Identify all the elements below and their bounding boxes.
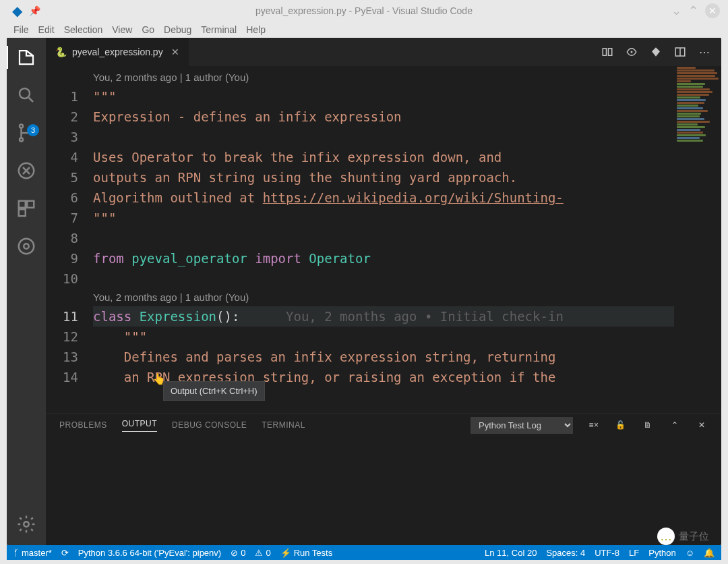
activity-active-marker: [7, 46, 8, 69]
editor-actions: ⋯: [601, 38, 721, 66]
status-interpreter[interactable]: Python 3.6.6 64-bit ('PyEval': pipenv): [78, 548, 221, 558]
panel-close-icon[interactable]: ✕: [696, 419, 708, 431]
svg-point-2: [20, 138, 23, 142]
tooltip: Output (Ctrl+K Ctrl+H): [163, 381, 265, 401]
status-encoding[interactable]: UTF-8: [595, 548, 619, 558]
codelens-top[interactable]: You, 2 months ago | 1 author (You): [93, 69, 674, 86]
status-branch[interactable]: ᚶ master*: [13, 548, 52, 558]
tab-bar: 🐍 pyeval_expression.py ✕ ⋯: [46, 38, 721, 66]
status-feedback-icon[interactable]: ☺: [686, 548, 694, 558]
menu-debug[interactable]: Debug: [164, 24, 191, 35]
gitlens-diamond-icon[interactable]: [650, 46, 662, 58]
python-file-icon: 🐍: [55, 47, 67, 57]
output-channel-select[interactable]: Python Test Log: [471, 417, 573, 434]
split-editor-icon[interactable]: [674, 46, 686, 58]
scm-badge: 3: [27, 124, 39, 136]
menu-view[interactable]: View: [112, 24, 132, 35]
pin-icon[interactable]: 📌: [29, 5, 40, 16]
menubar: File Edit Selection View Go Debug Termin…: [0, 22, 728, 38]
code-area[interactable]: You, 2 months ago | 1 author (You) """ E…: [93, 66, 674, 413]
menu-help[interactable]: Help: [246, 24, 266, 35]
gitlens-toggle-icon[interactable]: [626, 46, 638, 58]
panel-tabbar: PROBLEMS OUTPUT DEBUG CONSOLE TERMINAL P…: [46, 414, 721, 436]
svg-point-9: [24, 244, 29, 249]
close-icon[interactable]: ✕: [705, 3, 720, 18]
codelens-class[interactable]: You, 2 months ago | 1 author (You): [93, 289, 674, 306]
settings-gear-icon[interactable]: [16, 514, 36, 534]
status-position[interactable]: Ln 11, Col 20: [485, 548, 537, 558]
app-frame: 3 🐍 pyeval_expression.py ✕ ⋯: [7, 38, 721, 545]
svg-point-1: [20, 125, 23, 128]
menu-edit[interactable]: Edit: [38, 24, 55, 35]
gitlens-icon[interactable]: [16, 236, 36, 256]
svg-point-13: [631, 51, 633, 53]
svg-point-8: [19, 239, 34, 254]
line-gutter: 1234 5678 910 11121314: [46, 66, 93, 413]
debug-icon[interactable]: [16, 161, 36, 181]
status-errors[interactable]: ⊘ 0: [231, 548, 245, 558]
status-sync-icon[interactable]: ⟳: [61, 548, 69, 558]
status-eol[interactable]: LF: [629, 548, 639, 558]
minimize-icon[interactable]: ⌄: [671, 3, 681, 18]
svg-rect-12: [609, 49, 612, 56]
svg-rect-7: [19, 209, 26, 216]
vscode-logo-icon: ◆: [12, 3, 22, 19]
svg-rect-5: [19, 201, 26, 208]
tab-filename: pyeval_expression.py: [72, 47, 163, 57]
status-runtests[interactable]: ⚡Run Tests: [280, 548, 333, 558]
menu-go[interactable]: Go: [142, 24, 154, 35]
status-bell-icon[interactable]: 🔔: [704, 548, 715, 558]
tab-close-icon[interactable]: ✕: [171, 47, 179, 57]
svg-point-10: [24, 521, 29, 527]
clear-output-icon[interactable]: ≡×: [588, 419, 600, 431]
menu-terminal[interactable]: Terminal: [201, 24, 237, 35]
lock-scroll-icon[interactable]: 🔓: [615, 419, 627, 431]
panel-tab-terminal[interactable]: TERMINAL: [262, 420, 305, 430]
cursor-pointer-icon: 👆: [152, 372, 166, 385]
panel-maximize-icon[interactable]: ⌃: [669, 419, 681, 431]
svg-rect-6: [27, 201, 34, 208]
watermark-icon: …: [657, 528, 675, 545]
extensions-icon[interactable]: [16, 198, 36, 219]
status-spaces[interactable]: Spaces: 4: [546, 548, 585, 558]
window-titlebar: ◆ 📌 pyeval_expression.py - PyEval - Visu…: [0, 0, 728, 22]
status-language[interactable]: Python: [648, 548, 675, 558]
bottom-panel: PROBLEMS OUTPUT DEBUG CONSOLE TERMINAL P…: [46, 413, 721, 545]
panel-tab-output[interactable]: OUTPUT: [122, 419, 157, 432]
svg-point-0: [20, 88, 30, 98]
menu-selection[interactable]: Selection: [64, 24, 103, 35]
svg-rect-11: [603, 49, 606, 56]
more-actions-icon[interactable]: ⋯: [698, 46, 710, 58]
editor-tab[interactable]: 🐍 pyeval_expression.py ✕: [46, 38, 189, 66]
window-title: pyeval_expression.py - PyEval - Visual S…: [255, 5, 473, 16]
status-bar: ᚶ master* ⟳ Python 3.6.6 64-bit ('PyEval…: [7, 545, 721, 560]
inline-blame: You, 2 months ago • Initial check-in: [286, 309, 564, 324]
watermark: … 量子位: [657, 528, 709, 545]
open-log-icon[interactable]: 🗎: [642, 419, 654, 431]
panel-tab-debugconsole[interactable]: DEBUG CONSOLE: [172, 420, 247, 430]
menu-file[interactable]: File: [13, 24, 29, 35]
main-area: 🐍 pyeval_expression.py ✕ ⋯ 1234 5678 910…: [46, 38, 721, 545]
explorer-icon[interactable]: [16, 47, 36, 67]
panel-tab-problems[interactable]: PROBLEMS: [59, 420, 107, 430]
editor[interactable]: 1234 5678 910 11121314 You, 2 months ago…: [46, 66, 721, 413]
status-warnings[interactable]: ⚠ 0: [255, 548, 270, 558]
maximize-icon[interactable]: ⌃: [688, 3, 698, 18]
compare-changes-icon[interactable]: [601, 46, 613, 58]
search-icon[interactable]: [16, 85, 36, 105]
activity-bar: 3: [7, 38, 46, 545]
minimap[interactable]: [674, 66, 721, 413]
